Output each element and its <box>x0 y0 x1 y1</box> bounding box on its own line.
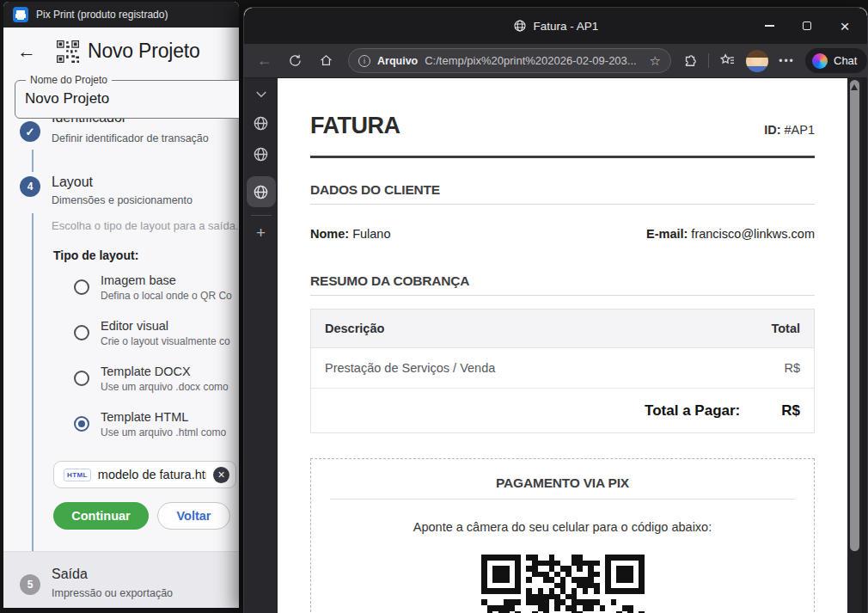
client-email-label: E-mail: <box>646 227 688 241</box>
col-total: Total <box>771 322 800 335</box>
browser-window: Fatura - AP1 ← Arquivo <box>243 7 868 613</box>
settings-menu-icon[interactable] <box>774 48 799 73</box>
project-name-field[interactable]: Nome do Projeto Novo Projeto <box>15 80 239 119</box>
new-tab-icon[interactable] <box>256 224 266 241</box>
table-header-row: Descrição Total <box>311 310 814 348</box>
option-title: Template HTML <box>101 410 226 424</box>
option-imagem-base[interactable]: Imagem base Defina o local onde o QR Co <box>74 273 239 302</box>
continue-button[interactable]: Continuar <box>53 502 149 530</box>
step-saida-section: 5 Saída Impressão ou exportação <box>3 551 239 608</box>
profile-avatar[interactable] <box>746 50 768 72</box>
total-value: R$ <box>781 402 800 420</box>
back-button[interactable]: Voltar <box>157 502 230 530</box>
browser-content: FATURA ID: #AP1 DADOS DO CLIENTE Nome: F… <box>244 78 867 613</box>
html-file-type-badge: HTML <box>64 469 91 481</box>
table-total-row: Total a Pagar: R$ <box>311 389 814 432</box>
browser-back-icon[interactable]: ← <box>252 48 277 73</box>
pix-print-window: Pix Print (produto registrado) Novo Proj… <box>3 2 239 608</box>
option-title: Editor visual <box>101 319 230 333</box>
step-identificador-check-badge <box>20 121 40 142</box>
radio-option-1[interactable] <box>74 325 89 340</box>
screen: Pix Print (produto registrado) Novo Proj… <box>0 0 868 613</box>
client-email: E-mail: francisco@linkws.com <box>646 227 815 241</box>
page-scrollbar[interactable] <box>847 78 862 613</box>
close-button[interactable] <box>826 8 864 44</box>
tabstrip-divider <box>251 215 272 216</box>
copilot-chat-button[interactable]: Chat <box>805 48 867 73</box>
minimize-button[interactable] <box>750 8 788 44</box>
toolbar-divider <box>708 53 709 68</box>
header-rule <box>310 156 815 158</box>
browser-tab-active[interactable] <box>247 176 276 207</box>
browser-right-edge <box>862 78 867 613</box>
pix-print-titlebar: Pix Print (produto registrado) <box>3 2 239 28</box>
step-connector <box>32 150 34 172</box>
address-bar[interactable]: Arquivo C:/temp/pix%20print%202026-02-09… <box>348 48 671 73</box>
option-editor-visual[interactable]: Editor visual Crie o layout visualmente … <box>74 319 239 347</box>
table-row: Prestação de Serviços / Venda R$ <box>311 348 814 389</box>
collapse-tabs-chevron-icon[interactable] <box>255 90 267 99</box>
copilot-icon <box>812 53 828 69</box>
home-icon[interactable] <box>314 48 339 73</box>
option-desc: Use um arquivo .docx como <box>101 381 229 393</box>
pix-print-window-title: Pix Print (produto registrado) <box>36 9 168 21</box>
radio-option-3[interactable] <box>74 416 89 432</box>
url-text: C:/temp/pix%20print%202026-02-09-203... <box>425 54 642 67</box>
pix-heading-rule <box>330 499 795 500</box>
client-email-value: francisco@linkws.com <box>691 227 815 241</box>
option-desc: Crie o layout visualmente co <box>101 335 230 347</box>
window-controls <box>750 8 864 44</box>
extensions-icon[interactable] <box>677 48 702 73</box>
qr-logo-icon <box>57 40 79 63</box>
favorites-hub-icon[interactable] <box>715 48 740 73</box>
favorite-star-icon[interactable] <box>650 53 661 69</box>
invoice-id-label: ID: <box>764 123 780 137</box>
project-name-value: Novo Projeto <box>25 90 109 107</box>
option-template-docx[interactable]: Template DOCX Use um arquivo .docx como <box>74 365 239 393</box>
maximize-button[interactable] <box>788 8 826 44</box>
pix-caption: Aponte a câmera do seu celular para o có… <box>311 520 814 534</box>
pix-qr-code <box>481 555 645 613</box>
selected-file-chip: HTML modelo de fatura.html <box>53 461 236 488</box>
scroll-up-arrow-icon[interactable] <box>851 84 858 90</box>
invoice-id: ID: #AP1 <box>764 123 815 139</box>
refresh-icon[interactable] <box>283 48 308 73</box>
client-name-value: Fulano <box>352 227 390 241</box>
radio-option-0[interactable] <box>74 279 89 295</box>
option-template-html[interactable]: Template HTML Use um arquivo .html como <box>74 410 239 438</box>
back-arrow-icon[interactable] <box>17 42 38 61</box>
step-connector <box>32 213 34 561</box>
remove-file-icon[interactable] <box>213 467 229 483</box>
scrollbar-thumb[interactable] <box>850 80 859 551</box>
client-name: Nome: Fulano <box>310 227 391 241</box>
invoice-page: FATURA ID: #AP1 DADOS DO CLIENTE Nome: F… <box>278 78 847 613</box>
chat-button-label: Chat <box>834 54 857 67</box>
row-description: Prestação de Serviços / Venda <box>325 361 495 375</box>
browser-window-title: Fatura - AP1 <box>534 20 599 33</box>
page-info-icon[interactable] <box>358 55 370 67</box>
layout-type-label: Tipo de layout: <box>53 248 138 262</box>
row-total: R$ <box>784 361 800 375</box>
browser-tab-1[interactable] <box>253 114 270 132</box>
radio-option-2[interactable] <box>74 371 89 386</box>
project-name-label: Nome do Projeto <box>26 74 112 86</box>
page-title: Novo Projeto <box>88 40 200 63</box>
step-saida-badge: 5 <box>20 574 40 595</box>
summary-section-heading: RESUMO DA COBRANÇA <box>310 273 815 296</box>
browser-tab-2[interactable] <box>253 145 270 162</box>
client-section-heading: DADOS DO CLIENTE <box>310 182 815 205</box>
printer-app-icon <box>13 7 28 22</box>
col-descricao: Descrição <box>325 322 384 335</box>
option-title: Imagem base <box>101 273 232 287</box>
step-saida-desc: Impressão ou exportação <box>52 587 173 599</box>
browser-toolbar: ← Arquivo C:/temp/pix%20print%202026-02-… <box>244 44 867 78</box>
invoice-title: FATURA <box>310 113 400 139</box>
client-name-label: Nome: <box>310 227 349 241</box>
option-desc: Use um arquivo .html como <box>101 426 226 438</box>
option-desc: Defina o local onde o QR Co <box>101 290 232 302</box>
charges-table: Descrição Total Prestação de Serviços / … <box>310 309 815 433</box>
invoice-id-value: #AP1 <box>785 123 815 137</box>
option-title: Template DOCX <box>101 365 229 378</box>
step-identificador-desc: Definir identificador de transação <box>52 132 209 144</box>
layout-hint-text: Escolha o tipo de layout para a saída. <box>52 219 239 232</box>
